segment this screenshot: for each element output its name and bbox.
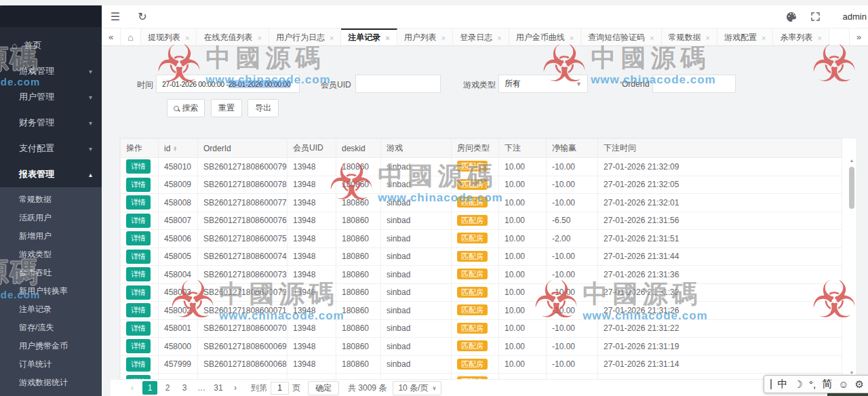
tab-home-icon[interactable]: ⌂ — [121, 28, 141, 45]
collapse-sidebar-icon[interactable]: ☰ — [102, 5, 129, 28]
sidebar-sub-item[interactable]: 新增用户 — [0, 227, 102, 245]
fullscreen-icon[interactable] — [804, 12, 828, 22]
tab-label: 登录日志 — [460, 32, 492, 43]
sidebar-sub-item[interactable]: 游戏数据统计 — [0, 374, 102, 392]
reset-button[interactable]: 重置 — [211, 99, 242, 117]
emoji-icon[interactable]: ☺ — [838, 378, 848, 390]
tab-close-icon[interactable]: × — [762, 34, 766, 42]
tab[interactable]: 游戏配置 × — [717, 28, 773, 45]
sidebar-sub-item[interactable]: 游戏类型 — [0, 245, 102, 264]
gear-icon[interactable]: ⚙ — [855, 378, 864, 391]
time-range-input[interactable]: 27-01-2026 00:00:00 - 28-01-2026 00:00:0… — [156, 75, 300, 93]
sidebar-parent-item[interactable]: 支付配置 ▾ — [0, 136, 102, 161]
detail-button[interactable]: 详情 — [126, 159, 151, 174]
ime-lang-toggle[interactable]: 中 — [778, 378, 788, 391]
tab[interactable]: 注单记录 × — [341, 28, 397, 45]
confirm-button[interactable]: 确定 — [308, 381, 339, 395]
sidebar-sub-item[interactable]: 留存/流失 — [0, 319, 102, 337]
cell-bet: 10.00 — [499, 230, 547, 248]
scroll-up-icon[interactable]: ▲ — [848, 157, 855, 164]
page-number[interactable]: 31 — [212, 381, 225, 395]
moon-icon[interactable]: ☽ — [794, 378, 803, 391]
sidebar-sub-item[interactable]: 订单统计 — [0, 355, 102, 374]
detail-button[interactable]: 详情 — [126, 375, 151, 380]
goto-page-input[interactable] — [271, 382, 289, 395]
cell-uid: 13948 — [288, 194, 336, 212]
detail-button[interactable]: 详情 — [126, 321, 151, 336]
detail-button[interactable]: 详情 — [126, 303, 151, 317]
tab[interactable]: 用户列表 × — [397, 28, 453, 45]
detail-button[interactable]: 详情 — [126, 339, 151, 353]
sidebar-sub-item[interactable]: 新用户转换率 — [0, 282, 102, 300]
col-orderid: OrderId — [198, 139, 288, 158]
cell-orderid: SB2601271808600074 — [198, 248, 288, 266]
sidebar-parent-item[interactable]: 财务管理 ▾ — [0, 110, 102, 136]
table-scrollbar[interactable]: ▲ ▼ — [848, 157, 855, 376]
sidebar-item-home[interactable]: ⌂ 首页 — [0, 33, 102, 58]
cell-bet-time: 27-01-2026 21:32:01 — [598, 194, 842, 212]
sidebar-parent-item[interactable]: 游戏管理 ▾ — [0, 58, 102, 84]
tab[interactable]: 常规数据 × — [662, 28, 717, 45]
tab[interactable]: 查询短信验证码 × — [581, 28, 661, 45]
refresh-icon[interactable]: ↻ — [129, 5, 156, 28]
tabs-scroll-right-icon[interactable]: » — [849, 28, 868, 45]
detail-button[interactable]: 详情 — [126, 214, 151, 228]
sidebar-sub-item[interactable]: 用户携带金币 — [0, 337, 102, 355]
detail-button[interactable]: 详情 — [126, 285, 151, 300]
scrollbar-thumb[interactable] — [849, 167, 854, 209]
tab[interactable]: 杀率列表 × — [773, 28, 829, 45]
theme-palette-icon[interactable] — [779, 12, 804, 22]
detail-button[interactable]: 详情 — [126, 267, 151, 281]
uid-input[interactable] — [355, 75, 441, 93]
sidebar-sub-item[interactable]: 活跃用户 — [0, 209, 102, 227]
tabs-scroll-left-icon[interactable]: « — [102, 28, 121, 45]
tab[interactable]: 提现列表 × — [141, 28, 197, 45]
tab[interactable]: 用户金币曲线 × — [509, 28, 581, 45]
detail-button[interactable]: 详情 — [126, 231, 151, 245]
user-menu[interactable]: admin — [843, 12, 867, 22]
tab-close-icon[interactable]: × — [441, 34, 446, 42]
tab[interactable]: 在线充值列表 × — [197, 28, 269, 45]
export-button[interactable]: 导出 — [248, 99, 279, 117]
sidebar-parent-item[interactable]: 用户管理 ▾ — [0, 84, 102, 110]
sidebar-sub-item[interactable]: 常规数据 — [0, 191, 102, 209]
page-size-select[interactable]: 10 条/页 ∨ — [393, 381, 441, 395]
tab-close-icon[interactable]: × — [330, 34, 334, 42]
tab-close-icon[interactable]: × — [497, 34, 501, 42]
sidebar-parent-item[interactable]: 报表管理 ▴ — [0, 161, 102, 187]
search-button[interactable]: 搜索 — [167, 99, 205, 117]
table-header: 操作 id▲▼ OrderId 会员UID deskid 游戏 房间类型 下注 … — [121, 139, 842, 158]
page-number[interactable]: 3 — [178, 381, 191, 395]
page-number[interactable]: … — [195, 381, 208, 395]
page-number[interactable]: 2 — [161, 381, 174, 395]
ime-punct-toggle[interactable]: °, — [809, 378, 816, 390]
tab-close-icon[interactable]: × — [385, 34, 389, 42]
sidebar-sub-item[interactable]: 注单记录 — [0, 300, 102, 319]
detail-button[interactable]: 详情 — [126, 195, 151, 210]
game-type-select[interactable]: 所有 ▼ — [498, 75, 588, 93]
page-next-icon[interactable]: › — [229, 381, 242, 395]
col-id[interactable]: id▲▼ — [159, 139, 198, 158]
cell-deskid: 180860 — [336, 230, 381, 248]
sort-icon[interactable]: ▲▼ — [173, 146, 177, 152]
page-number[interactable]: 1 — [142, 381, 157, 395]
ime-simplified-toggle[interactable]: 简 — [822, 378, 832, 391]
tab-close-icon[interactable]: × — [570, 34, 574, 42]
sidebar-sub-item[interactable]: 半小时在线数据 — [0, 392, 102, 396]
tab-close-icon[interactable]: × — [706, 34, 710, 42]
tab-close-icon[interactable]: × — [650, 34, 654, 42]
tab-close-icon[interactable]: × — [817, 34, 821, 42]
tab[interactable]: 用户行为日志 × — [269, 28, 341, 45]
tab-close-icon[interactable]: × — [257, 34, 261, 42]
cell-orderid: SB2601271808600071 — [198, 302, 288, 320]
detail-button[interactable]: 详情 — [126, 178, 151, 192]
detail-button[interactable]: 详情 — [126, 357, 151, 372]
tab[interactable]: 登录日志 × — [453, 28, 509, 45]
cell-deskid: 180860 — [336, 283, 381, 302]
table-row: 详情 458009 SB2601271808600078 13948 18086… — [121, 176, 842, 194]
sidebar-sub-item[interactable]: 金币吞吐 — [0, 264, 102, 282]
page-prev-icon[interactable]: ‹ — [125, 381, 139, 395]
orderid-input[interactable] — [652, 75, 736, 93]
detail-button[interactable]: 详情 — [126, 250, 151, 264]
tab-close-icon[interactable]: × — [185, 34, 189, 42]
